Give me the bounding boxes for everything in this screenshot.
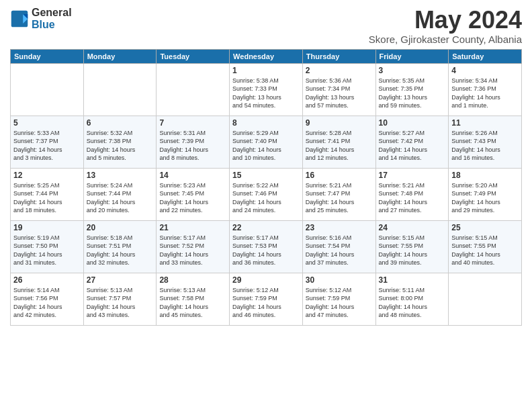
cell-date: 30: [306, 275, 373, 285]
cell-info: Sunrise: 5:23 AM Sunset: 7:45 PM Dayligh…: [159, 181, 226, 215]
col-wednesday: Wednesday: [230, 49, 303, 63]
col-thursday: Thursday: [302, 49, 375, 63]
month-title: May 2024: [369, 7, 522, 34]
cell-info: Sunrise: 5:12 AM Sunset: 7:59 PM Dayligh…: [232, 286, 300, 320]
cell-date: 23: [306, 223, 373, 232]
cell-date: 17: [379, 171, 446, 180]
cell-date: 10: [379, 118, 446, 128]
table-row: [157, 63, 230, 116]
table-row: 1Sunrise: 5:38 AM Sunset: 7:33 PM Daylig…: [230, 63, 303, 116]
table-row: 31Sunrise: 5:11 AM Sunset: 8:00 PM Dayli…: [375, 273, 449, 325]
logo-icon: [10, 9, 29, 28]
table-row: 20Sunrise: 5:18 AM Sunset: 7:51 PM Dayli…: [83, 220, 157, 273]
cell-date: 12: [13, 171, 81, 180]
cell-date: 9: [306, 118, 373, 128]
cell-date: 16: [306, 171, 373, 180]
calendar-header-row: Sunday Monday Tuesday Wednesday Thursday…: [11, 49, 522, 63]
table-row: 22Sunrise: 5:17 AM Sunset: 7:53 PM Dayli…: [230, 220, 303, 273]
cell-info: Sunrise: 5:13 AM Sunset: 7:58 PM Dayligh…: [159, 286, 226, 320]
cell-date: 31: [379, 275, 446, 285]
cell-info: Sunrise: 5:14 AM Sunset: 7:56 PM Dayligh…: [13, 286, 81, 320]
cell-info: Sunrise: 5:21 AM Sunset: 7:47 PM Dayligh…: [306, 181, 373, 215]
cell-info: Sunrise: 5:29 AM Sunset: 7:40 PM Dayligh…: [232, 129, 300, 163]
table-row: 19Sunrise: 5:19 AM Sunset: 7:50 PM Dayli…: [11, 220, 84, 273]
table-row: 14Sunrise: 5:23 AM Sunset: 7:45 PM Dayli…: [157, 168, 230, 220]
location-title: Skore, Gjirokaster County, Albania: [369, 34, 522, 45]
cell-date: 28: [159, 275, 226, 285]
cell-info: Sunrise: 5:20 AM Sunset: 7:49 PM Dayligh…: [451, 181, 519, 215]
cell-info: Sunrise: 5:24 AM Sunset: 7:44 PM Dayligh…: [87, 181, 154, 215]
cell-date: 6: [87, 118, 154, 128]
col-monday: Monday: [83, 49, 157, 63]
table-row: 17Sunrise: 5:21 AM Sunset: 7:48 PM Dayli…: [375, 168, 449, 220]
cell-date: 24: [379, 223, 446, 232]
table-row: 5Sunrise: 5:33 AM Sunset: 7:37 PM Daylig…: [11, 116, 84, 168]
table-row: 7Sunrise: 5:31 AM Sunset: 7:39 PM Daylig…: [157, 116, 230, 168]
table-row: 15Sunrise: 5:22 AM Sunset: 7:46 PM Dayli…: [230, 168, 303, 220]
cell-info: Sunrise: 5:15 AM Sunset: 7:55 PM Dayligh…: [451, 234, 519, 267]
cell-date: 15: [232, 171, 300, 180]
calendar-week-5: 26Sunrise: 5:14 AM Sunset: 7:56 PM Dayli…: [11, 273, 522, 325]
calendar-week-4: 19Sunrise: 5:19 AM Sunset: 7:50 PM Dayli…: [11, 220, 522, 273]
cell-info: Sunrise: 5:11 AM Sunset: 8:00 PM Dayligh…: [379, 286, 446, 320]
cell-date: 14: [159, 171, 226, 180]
cell-date: 8: [232, 118, 300, 128]
cell-date: 27: [87, 275, 154, 285]
table-row: 30Sunrise: 5:12 AM Sunset: 7:59 PM Dayli…: [302, 273, 375, 325]
title-block: May 2024 Skore, Gjirokaster County, Alba…: [369, 7, 522, 45]
cell-info: Sunrise: 5:26 AM Sunset: 7:43 PM Dayligh…: [451, 129, 519, 163]
table-row: 28Sunrise: 5:13 AM Sunset: 7:58 PM Dayli…: [157, 273, 230, 325]
col-tuesday: Tuesday: [157, 49, 230, 63]
table-row: 18Sunrise: 5:20 AM Sunset: 7:49 PM Dayli…: [449, 168, 522, 220]
col-sunday: Sunday: [11, 49, 84, 63]
cell-info: Sunrise: 5:12 AM Sunset: 7:59 PM Dayligh…: [306, 286, 373, 320]
cell-date: 1: [232, 66, 300, 75]
cell-info: Sunrise: 5:16 AM Sunset: 7:54 PM Dayligh…: [306, 234, 373, 267]
logo: General Blue: [10, 7, 72, 30]
cell-info: Sunrise: 5:17 AM Sunset: 7:53 PM Dayligh…: [232, 234, 300, 267]
cell-date: 29: [232, 275, 300, 285]
table-row: 8Sunrise: 5:29 AM Sunset: 7:40 PM Daylig…: [230, 116, 303, 168]
cell-info: Sunrise: 5:35 AM Sunset: 7:35 PM Dayligh…: [379, 77, 446, 110]
calendar: Sunday Monday Tuesday Wednesday Thursday…: [10, 49, 522, 326]
cell-date: 19: [13, 223, 81, 232]
table-row: [449, 273, 522, 325]
cell-info: Sunrise: 5:17 AM Sunset: 7:52 PM Dayligh…: [159, 234, 226, 267]
calendar-week-1: 1Sunrise: 5:38 AM Sunset: 7:33 PM Daylig…: [11, 63, 522, 116]
table-row: 10Sunrise: 5:27 AM Sunset: 7:42 PM Dayli…: [375, 116, 449, 168]
cell-date: 4: [451, 66, 519, 75]
cell-date: 20: [87, 223, 154, 232]
calendar-week-3: 12Sunrise: 5:25 AM Sunset: 7:44 PM Dayli…: [11, 168, 522, 220]
cell-date: 3: [379, 66, 446, 75]
table-row: 21Sunrise: 5:17 AM Sunset: 7:52 PM Dayli…: [157, 220, 230, 273]
cell-date: 2: [306, 66, 373, 75]
cell-info: Sunrise: 5:25 AM Sunset: 7:44 PM Dayligh…: [13, 181, 81, 215]
table-row: 29Sunrise: 5:12 AM Sunset: 7:59 PM Dayli…: [230, 273, 303, 325]
table-row: 26Sunrise: 5:14 AM Sunset: 7:56 PM Dayli…: [11, 273, 84, 325]
col-friday: Friday: [375, 49, 449, 63]
page-header: General Blue May 2024 Skore, Gjirokaster…: [10, 7, 522, 45]
cell-date: 25: [451, 223, 519, 232]
table-row: [83, 63, 157, 116]
table-row: 2Sunrise: 5:36 AM Sunset: 7:34 PM Daylig…: [302, 63, 375, 116]
table-row: 12Sunrise: 5:25 AM Sunset: 7:44 PM Dayli…: [11, 168, 84, 220]
cell-date: 21: [159, 223, 226, 232]
cell-info: Sunrise: 5:19 AM Sunset: 7:50 PM Dayligh…: [13, 234, 81, 267]
table-row: 4Sunrise: 5:34 AM Sunset: 7:36 PM Daylig…: [449, 63, 522, 116]
logo-general: General: [32, 7, 72, 19]
table-row: 16Sunrise: 5:21 AM Sunset: 7:47 PM Dayli…: [302, 168, 375, 220]
table-row: 25Sunrise: 5:15 AM Sunset: 7:55 PM Dayli…: [449, 220, 522, 273]
cell-info: Sunrise: 5:34 AM Sunset: 7:36 PM Dayligh…: [451, 77, 519, 110]
cell-date: 26: [13, 275, 81, 285]
cell-info: Sunrise: 5:15 AM Sunset: 7:55 PM Dayligh…: [379, 234, 446, 267]
cell-date: 13: [87, 171, 154, 180]
cell-info: Sunrise: 5:36 AM Sunset: 7:34 PM Dayligh…: [306, 77, 373, 110]
table-row: 23Sunrise: 5:16 AM Sunset: 7:54 PM Dayli…: [302, 220, 375, 273]
table-row: 6Sunrise: 5:32 AM Sunset: 7:38 PM Daylig…: [83, 116, 157, 168]
cell-date: 18: [451, 171, 519, 180]
table-row: [11, 63, 84, 116]
logo-blue: Blue: [32, 19, 72, 31]
table-row: 9Sunrise: 5:28 AM Sunset: 7:41 PM Daylig…: [302, 116, 375, 168]
cell-info: Sunrise: 5:38 AM Sunset: 7:33 PM Dayligh…: [232, 77, 300, 110]
calendar-week-2: 5Sunrise: 5:33 AM Sunset: 7:37 PM Daylig…: [11, 116, 522, 168]
